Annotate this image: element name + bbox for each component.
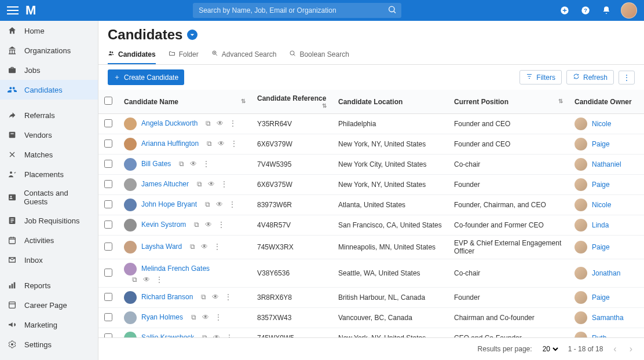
sidebar-item-settings[interactable]: Settings — [0, 335, 98, 354]
sort-icon[interactable]: ⇅ — [241, 98, 246, 104]
candidate-name-link[interactable]: Bill Gates — [141, 160, 171, 168]
row-more-icon[interactable]: ⋮ — [225, 293, 232, 301]
sidebar-item-candidates[interactable]: Candidates — [0, 80, 98, 100]
eye-icon[interactable]: 👁 — [202, 313, 209, 321]
col-loc[interactable]: Candidate Location — [338, 98, 402, 106]
row-more-icon[interactable]: ⋮ — [230, 139, 237, 148]
user-avatar[interactable] — [621, 2, 637, 19]
copy-icon[interactable]: ⧉ — [194, 221, 199, 229]
sidebar-item-placements[interactable]: Placements — [0, 164, 98, 184]
copy-icon[interactable]: ⧉ — [179, 160, 184, 168]
owner-name-link[interactable]: Jonathan — [592, 269, 620, 277]
row-checkbox[interactable] — [104, 243, 112, 251]
search-input[interactable] — [193, 3, 401, 18]
candidate-name-link[interactable]: Ryan Holmes — [141, 313, 183, 321]
refresh-button[interactable]: Refresh — [566, 70, 614, 85]
sidebar-item-organizations[interactable]: Organizations — [0, 41, 98, 60]
col-owner[interactable]: Candidate Owner — [575, 98, 632, 106]
more-actions-button[interactable]: ⋮ — [619, 71, 635, 85]
sidebar-item-jobs[interactable]: Jobs — [0, 60, 98, 80]
sort-icon[interactable]: ⇅ — [322, 102, 327, 109]
sidebar-item-reports[interactable]: Reports — [0, 275, 98, 295]
sort-icon[interactable]: ⇅ — [558, 98, 563, 104]
sidebar-item-career-page[interactable]: Career Page — [0, 295, 98, 315]
search-icon[interactable] — [387, 5, 397, 16]
row-checkbox[interactable] — [104, 180, 112, 188]
row-more-icon[interactable]: ⋮ — [226, 333, 233, 337]
owner-name-link[interactable]: Paige — [592, 293, 610, 302]
row-checkbox[interactable] — [104, 160, 112, 168]
tab-candidates[interactable]: Candidates — [108, 45, 156, 64]
eye-icon[interactable]: 👁 — [208, 180, 215, 188]
row-more-icon[interactable]: ⋮ — [229, 119, 236, 127]
sidebar-item-home[interactable]: Home — [0, 21, 98, 41]
row-checkbox[interactable] — [104, 313, 112, 321]
sidebar-item-referrals[interactable]: Referrals — [0, 105, 98, 125]
row-more-icon[interactable]: ⋮ — [156, 275, 163, 284]
row-checkbox[interactable] — [104, 139, 112, 148]
copy-icon[interactable]: ⧉ — [202, 333, 207, 337]
sidebar-item-activities[interactable]: Activities — [0, 230, 98, 250]
candidate-name-link[interactable]: Sallie Krawcheck — [141, 333, 194, 337]
copy-icon[interactable]: ⧉ — [206, 119, 211, 127]
col-name[interactable]: Candidate Name — [124, 98, 178, 106]
col-ref[interactable]: Candidate Reference — [257, 94, 326, 102]
sidebar-item-marketing[interactable]: Marketing — [0, 315, 98, 335]
tab-advanced-search[interactable]: Advanced Search — [211, 45, 277, 64]
owner-name-link[interactable]: Nicole — [592, 201, 611, 209]
title-dropdown-icon[interactable] — [187, 30, 197, 40]
row-checkbox[interactable] — [104, 293, 112, 301]
filters-button[interactable]: Filters — [519, 70, 562, 85]
eye-icon[interactable]: 👁 — [201, 243, 208, 251]
owner-name-link[interactable]: Nicole — [592, 120, 611, 128]
eye-icon[interactable]: 👁 — [190, 160, 197, 168]
row-more-icon[interactable]: ⋮ — [221, 180, 228, 188]
row-checkbox[interactable] — [104, 269, 112, 277]
copy-icon[interactable]: ⧉ — [205, 200, 210, 208]
row-more-icon[interactable]: ⋮ — [229, 200, 236, 208]
sidebar-item-administration[interactable]: Administration — [0, 354, 98, 360]
candidate-name-link[interactable]: Richard Branson — [141, 293, 193, 301]
eye-icon[interactable]: 👁 — [217, 119, 224, 127]
app-logo[interactable]: M — [25, 3, 36, 18]
copy-icon[interactable]: ⧉ — [190, 243, 195, 251]
eye-icon[interactable]: 👁 — [213, 333, 220, 337]
owner-name-link[interactable]: Paige — [592, 140, 610, 148]
row-checkbox[interactable] — [104, 119, 112, 127]
candidate-name-link[interactable]: Melinda French Gates — [141, 265, 210, 273]
candidate-name-link[interactable]: John Hope Bryant — [141, 200, 197, 208]
col-pos[interactable]: Current Position — [454, 98, 508, 106]
rpp-select[interactable]: 20 — [540, 344, 560, 354]
copy-icon[interactable]: ⧉ — [207, 139, 212, 148]
eye-icon[interactable]: 👁 — [205, 221, 212, 229]
select-all-checkbox[interactable] — [104, 97, 112, 105]
eye-icon[interactable]: 👁 — [143, 275, 150, 284]
next-page-button[interactable]: › — [627, 341, 635, 357]
row-more-icon[interactable]: ⋮ — [215, 313, 222, 321]
row-checkbox[interactable] — [104, 200, 112, 208]
candidate-name-link[interactable]: Angela Duckworth — [141, 119, 197, 127]
eye-icon[interactable]: 👁 — [216, 200, 223, 208]
tab-boolean-search[interactable]: Boolean Search — [289, 45, 349, 64]
sidebar-item-contacts-and-guests[interactable]: Contacts and Guests — [0, 184, 98, 211]
create-candidate-button[interactable]: ＋ Create Candidate — [108, 69, 184, 85]
row-more-icon[interactable]: ⋮ — [218, 221, 225, 229]
row-checkbox[interactable] — [104, 333, 112, 338]
candidate-name-link[interactable]: Kevin Systrom — [141, 221, 186, 229]
eye-icon[interactable]: 👁 — [218, 139, 225, 148]
row-checkbox[interactable] — [104, 221, 112, 229]
candidate-name-link[interactable]: Arianna Huffington — [141, 139, 199, 148]
sidebar-item-matches[interactable]: Matches — [0, 145, 98, 164]
candidate-name-link[interactable]: Laysha Ward — [141, 243, 182, 251]
sidebar-item-inbox[interactable]: Inbox — [0, 250, 98, 270]
prev-page-button[interactable]: ‹ — [611, 341, 619, 357]
owner-name-link[interactable]: Linda — [592, 221, 609, 229]
bell-icon[interactable] — [600, 4, 613, 17]
sidebar-item-vendors[interactable]: Vendors — [0, 125, 98, 145]
candidate-name-link[interactable]: James Altucher — [141, 180, 189, 188]
copy-icon[interactable]: ⧉ — [197, 180, 202, 188]
add-icon[interactable] — [558, 4, 571, 17]
copy-icon[interactable]: ⧉ — [132, 275, 137, 284]
help-icon[interactable]: ? — [579, 4, 592, 17]
menu-toggle-button[interactable] — [7, 6, 19, 14]
